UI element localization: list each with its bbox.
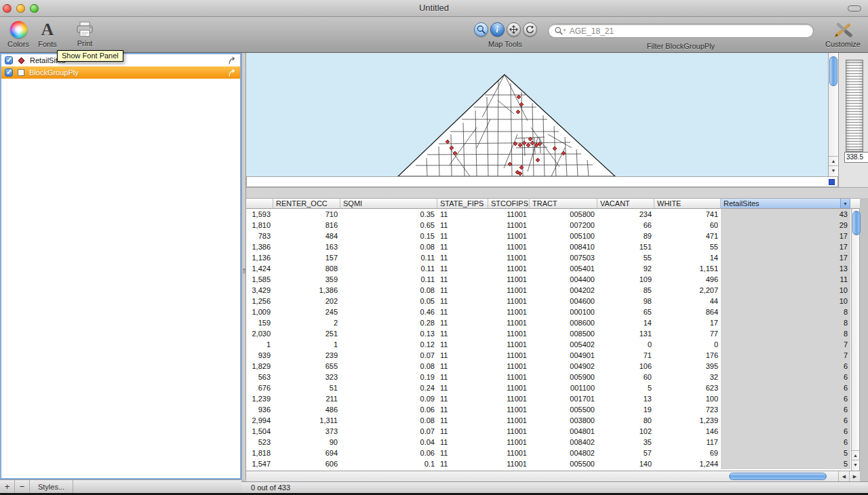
scale-value-field[interactable]: 338.5 [844, 152, 868, 163]
table-row[interactable]: 1,5937100.35111100100580023474143 [246, 209, 851, 220]
table-row[interactable]: 9392390.071111001004901711767 [246, 350, 851, 361]
table-cell: 676 [246, 382, 273, 393]
map-scroll-down-button[interactable]: ▼ [829, 165, 838, 174]
table-row[interactable]: 1,5476060.111110010055001401,2445 [246, 458, 851, 469]
table-row[interactable]: 1,8108160.651111001007200666029 [246, 220, 851, 231]
table-row[interactable]: 1,5043730.0711110010048011021466 [246, 426, 851, 437]
table-row[interactable]: 15920.28111100100860014178 [246, 317, 851, 328]
map-scroll-up-button[interactable]: ▲ [829, 156, 838, 165]
fonts-button[interactable]: A Fonts [34, 21, 61, 48]
column-header-STATE_FIPS[interactable]: STATE_FIPS [437, 198, 488, 209]
table-cell: 17 [721, 252, 850, 263]
map-vertical-scrollbar[interactable]: ▲ ▼ [828, 53, 838, 176]
column-header-RENTER_OCC[interactable]: RENTER_OCC [273, 198, 340, 209]
table-hscroll-thumb[interactable] [729, 473, 827, 480]
column-header-VACANT[interactable]: VACANT [597, 198, 654, 209]
add-layer-button[interactable]: + [0, 480, 15, 493]
table-cell: 004202 [530, 285, 597, 296]
table-horizontal-scrollbar[interactable]: ◀ ▶ [246, 471, 860, 481]
table-cell: 359 [273, 274, 340, 285]
map-horizontal-scrollbar[interactable] [246, 176, 838, 187]
column-header-blank[interactable] [246, 198, 273, 209]
table-cell: 5 [597, 382, 654, 393]
table-row[interactable]: 7834840.1511110010051008947117 [246, 231, 851, 241]
column-header-WHITE[interactable]: WHITE [654, 198, 721, 209]
table-scroll-right-button[interactable]: ▶ [849, 471, 860, 481]
table-row[interactable]: 1,1361570.111111001007503551417 [246, 252, 851, 263]
table-row[interactable]: 676510.24111100100110056236 [246, 382, 851, 393]
column-header-TRACT[interactable]: TRACT [530, 198, 597, 209]
table-vertical-scrollbar[interactable]: ▲ ▼ [851, 209, 860, 471]
pane-splitter[interactable] [241, 53, 246, 479]
tooltip: Show Font Panel [57, 50, 123, 62]
table-cell: 80 [597, 415, 654, 426]
column-header-RetailSites[interactable]: RetailSites▼ [721, 198, 850, 209]
table-cell: 11 [437, 263, 488, 274]
printer-icon [76, 21, 94, 38]
layer-visibility-checkbox[interactable] [5, 68, 13, 77]
customize-button[interactable]: Customize [823, 21, 863, 48]
zoom-tool-button[interactable] [474, 22, 488, 37]
table-row[interactable]: 1,5853590.11111100100440010949611 [246, 274, 851, 285]
layer-visibility-checkbox[interactable] [5, 56, 13, 64]
table-scroll-left-button[interactable]: ◀ [838, 471, 849, 481]
table-row[interactable]: 2,9941,3110.081111001003800801,2396 [246, 415, 851, 426]
filter-search-field[interactable] [548, 24, 814, 38]
table-row[interactable]: 1,8186940.06111100100480257695 [246, 448, 851, 458]
toolbar-toggle-button[interactable] [848, 5, 861, 12]
map-vscroll-thumb[interactable] [829, 56, 837, 86]
table-cell: 323 [273, 372, 340, 382]
layer-row[interactable]: BlockGroupPly [1, 66, 240, 79]
table-row[interactable]: 1,2562020.051111001004600984410 [246, 296, 851, 306]
remove-layer-button[interactable]: − [15, 480, 30, 493]
table-row[interactable]: 2,0302510.131111001008500131778 [246, 328, 851, 339]
zoom-to-layer-icon[interactable] [228, 68, 237, 77]
table-row[interactable]: 1,4248080.111111001005401921,15113 [246, 263, 851, 274]
table-scroll-up-button[interactable]: ▲ [852, 450, 859, 459]
table-row[interactable]: 1,3861630.0811110010084101515517 [246, 241, 851, 252]
table-row[interactable]: 1,2392110.091111001001701131006 [246, 393, 851, 404]
table-vscroll-thumb[interactable] [852, 211, 861, 235]
table-row[interactable]: 110.121111001005402007 [246, 339, 851, 350]
info-tool-button[interactable]: i [490, 22, 505, 37]
table-cell: 55 [654, 241, 721, 252]
print-button[interactable]: Print [69, 21, 100, 47]
table-cell: 159 [246, 317, 273, 328]
map-scroll-indicator[interactable] [829, 179, 835, 185]
table-cell: 5 [721, 458, 850, 469]
table-row[interactable]: 3,4291,3860.081111001004202852,20710 [246, 285, 851, 296]
map-view[interactable] [246, 53, 828, 176]
title-bar[interactable]: Untitled [0, 0, 868, 17]
sort-dropdown-icon[interactable]: ▼ [840, 199, 850, 208]
column-header-SQMI[interactable]: SQMI [340, 198, 437, 209]
table-scroll-down-button[interactable]: ▼ [852, 460, 859, 469]
colors-button[interactable]: Colors [3, 21, 34, 48]
customize-label: Customize [825, 40, 861, 48]
app-window: Untitled Colors A Fonts Print [0, 0, 868, 495]
table-row[interactable]: 9364860.061111001005500197236 [246, 404, 851, 415]
table-cell: 11 [437, 317, 488, 328]
table-cell: 69 [654, 448, 721, 458]
table-cell: 11001 [488, 317, 530, 328]
table-row[interactable]: 5633230.19111100100590060326 [246, 372, 851, 382]
table-cell: 7 [721, 339, 850, 350]
rotate-tool-button[interactable] [523, 22, 537, 37]
table-cell: 11 [437, 426, 488, 437]
table-cell: 146 [654, 426, 721, 437]
filter-input[interactable] [570, 26, 808, 36]
table-row[interactable]: 523900.041111001008402351176 [246, 437, 851, 448]
table-row[interactable]: 1,0092450.461111001000100658648 [246, 306, 851, 317]
table-cell: 11001 [488, 209, 530, 220]
column-header-label: TRACT [532, 199, 557, 207]
pan-tool-button[interactable] [507, 22, 521, 37]
table-cell: 008500 [530, 328, 597, 339]
table-cell: 0 [654, 339, 721, 350]
zoom-to-layer-icon[interactable] [228, 56, 237, 65]
table-cell: 004801 [530, 426, 597, 437]
zoom-slider[interactable] [846, 60, 863, 152]
column-header-STCOFIPS[interactable]: STCOFIPS [488, 198, 530, 209]
styles-button[interactable]: Styles... [30, 480, 73, 493]
table-cell: 8 [721, 306, 850, 317]
table-row[interactable]: 1,8296550.0811110010049021063956 [246, 361, 851, 372]
table-cell: 32 [654, 372, 721, 382]
